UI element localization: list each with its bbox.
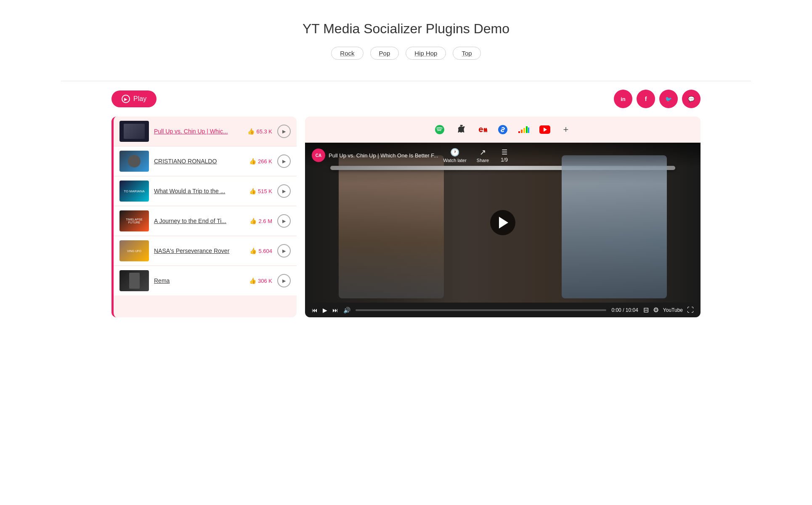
tab-hiphop[interactable]: Hip Hop [406, 47, 446, 60]
item-info-5: NASA's Perseverance Rover [154, 247, 244, 254]
settings-button[interactable]: ⚙ [653, 306, 659, 314]
item-meta-1: 👍 65.3 K [247, 128, 272, 135]
play-circle-3[interactable]: ▶ [277, 184, 291, 198]
svg-rect-4 [523, 128, 525, 133]
progress-bar[interactable] [356, 309, 606, 311]
tab-pop[interactable]: Pop [370, 47, 399, 60]
time-total: 10:04 [626, 307, 638, 313]
like-icon-1: 👍 [247, 128, 255, 135]
lastfm-icon[interactable] [475, 123, 488, 136]
share-button[interactable]: ↗ Share [477, 148, 489, 163]
item-title-2[interactable]: CRISTIANO RONALDO [154, 158, 244, 165]
tab-top[interactable]: Top [453, 47, 480, 60]
play-circle-1[interactable]: ▶ [277, 125, 291, 138]
share-icon: ↗ [480, 148, 486, 157]
playlist-count: 1/9 [501, 157, 508, 163]
play-button-label: Play [133, 95, 146, 103]
genre-tabs: Rock Pop Hip Hop Top [0, 47, 812, 60]
list-item[interactable]: CRISTIANO RONALDO 👍 266 K ▶ [114, 146, 297, 176]
play-circle-6[interactable]: ▶ [277, 274, 291, 287]
item-title-3[interactable]: What Would a Trip to the ... [154, 188, 244, 194]
item-title-5[interactable]: NASA's Perseverance Rover [154, 247, 244, 254]
like-icon-3: 👍 [249, 188, 256, 194]
item-info-1: Pull Up vs. Chin Up | Whic... [154, 128, 242, 135]
list-item[interactable]: VING UFO NASA's Perseverance Rover 👍 5.6… [114, 236, 297, 266]
shazam-icon[interactable] [496, 123, 509, 136]
divider [61, 81, 751, 81]
main-container: Pull Up vs. Chin Up | Whic... 👍 65.3 K ▶… [111, 117, 701, 317]
play-circle-5[interactable]: ▶ [277, 244, 291, 258]
list-item[interactable]: Rema 👍 306 K ▶ [114, 266, 297, 295]
youtube-stream-icon[interactable] [539, 123, 551, 136]
video-display: CA Pull Up vs. Chin Up | Which One Is Be… [305, 143, 701, 303]
likes-count-5: 5.604 [258, 248, 272, 254]
item-meta-6: 👍 306 K [249, 277, 272, 284]
list-item[interactable]: TIMELAPSE FUTURE A Journey to the End of… [114, 206, 297, 236]
play-button[interactable]: ▶ Play [111, 90, 157, 107]
likes-count-1: 65.3 K [256, 128, 272, 135]
svg-rect-5 [526, 126, 528, 133]
thumbnail-6 [119, 270, 149, 291]
apple-icon[interactable] [454, 123, 467, 136]
item-title-4[interactable]: A Journey to the End of Ti... [154, 218, 244, 224]
svg-rect-6 [528, 128, 529, 133]
thumbnail-1 [119, 121, 149, 142]
item-meta-5: 👍 5.604 [249, 247, 272, 254]
tab-rock[interactable]: Rock [331, 47, 363, 60]
svg-point-0 [435, 125, 444, 134]
like-icon-4: 👍 [249, 218, 257, 224]
streaming-icons: + [305, 117, 701, 143]
list-item[interactable]: TO MARIANA What Would a Trip to the ... … [114, 176, 297, 206]
svg-rect-2 [518, 131, 520, 133]
list-item[interactable]: Pull Up vs. Chin Up | Whic... 👍 65.3 K ▶ [114, 117, 297, 146]
channel-icon: CA [312, 149, 325, 162]
fullscreen-button[interactable]: ⛶ [687, 306, 694, 314]
add-stream-icon[interactable]: + [560, 123, 572, 136]
page-title: YT Media Socializer Plugins Demo [0, 21, 812, 37]
item-title-1[interactable]: Pull Up vs. Chin Up | Whic... [154, 128, 242, 135]
item-info-4: A Journey to the End of Ti... [154, 218, 244, 224]
likes-count-4: 2.6 M [258, 218, 272, 224]
share-label: Share [477, 158, 489, 163]
twitter-button[interactable]: 🐦 [659, 90, 678, 108]
skip-forward-button[interactable]: ⏭ [332, 307, 338, 314]
linkedin-button[interactable]: in [614, 90, 632, 108]
item-info-3: What Would a Trip to the ... [154, 188, 244, 194]
video-play-button[interactable] [490, 210, 515, 235]
top-controls: ▶ Play in f 🐦 💬 [111, 90, 701, 108]
skip-back-button[interactable]: ⏮ [312, 307, 318, 314]
video-controls: ⏮ ▶ ⏭ 🔊 0:00 / 10:04 ⊟ ⚙ YouTube ⛶ [305, 303, 701, 317]
ctrl-right: ⊟ ⚙ YouTube ⛶ [643, 306, 694, 314]
video-channel-logo: CA Pull Up vs. Chin Up | Which One Is Be… [312, 149, 438, 162]
item-meta-2: 👍 266 K [249, 158, 272, 165]
likes-count-3: 515 K [258, 188, 272, 194]
social-icons: in f 🐦 💬 [614, 90, 701, 108]
play-icon: ▶ [122, 95, 130, 103]
item-meta-3: 👍 515 K [249, 188, 272, 194]
volume-button[interactable]: 🔊 [343, 307, 350, 314]
playlist-panel: Pull Up vs. Chin Up | Whic... 👍 65.3 K ▶… [111, 117, 297, 317]
spotify-icon[interactable] [433, 123, 446, 136]
play-circle-4[interactable]: ▶ [277, 214, 291, 228]
thumbnail-5: VING UFO [119, 240, 149, 261]
deezer-icon[interactable] [517, 123, 530, 136]
time-display: 0:00 / 10:04 [611, 307, 638, 313]
video-top-bar: CA Pull Up vs. Chin Up | Which One Is Be… [305, 143, 701, 168]
svg-rect-3 [521, 130, 523, 133]
video-panel: + CA Pull Up vs. Chin Up | Which One Is … [305, 117, 701, 317]
item-info-6: Rema [154, 277, 244, 284]
play-pause-button[interactable]: ▶ [323, 307, 327, 314]
watch-later-button[interactable]: 🕐 Watch later [443, 148, 467, 163]
watch-later-label: Watch later [443, 158, 467, 163]
subtitles-button[interactable]: ⊟ [643, 306, 649, 314]
like-icon-5: 👍 [249, 247, 257, 254]
like-icon-2: 👍 [249, 158, 256, 165]
video-title: Pull Up vs. Chin Up | Which One Is Bette… [329, 152, 438, 159]
facebook-button[interactable]: f [637, 90, 655, 108]
item-title-6[interactable]: Rema [154, 277, 244, 284]
message-button[interactable]: 💬 [682, 90, 701, 108]
item-info-2: CRISTIANO RONALDO [154, 158, 244, 165]
item-meta-4: 👍 2.6 M [249, 218, 272, 224]
likes-count-6: 306 K [258, 278, 272, 284]
play-circle-2[interactable]: ▶ [277, 154, 291, 168]
